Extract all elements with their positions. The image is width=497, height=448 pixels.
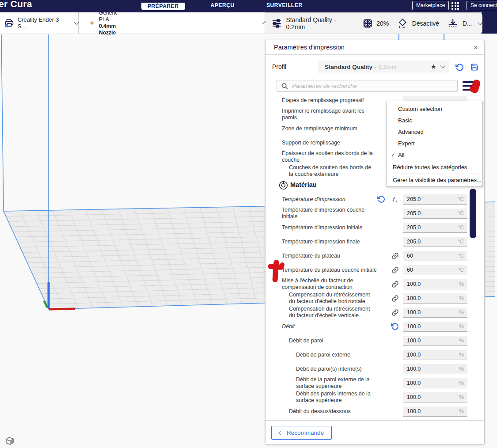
sign-in-button[interactable]: Se connecte [467,1,497,10]
sliders-icon [271,18,282,29]
setting-label: Couches de soutien des bords de la couch… [289,164,377,178]
setting-value: 100.0 [407,309,421,315]
setting-label: Température du plateau [282,253,377,259]
setting-value: 100.0 [407,394,421,400]
print-settings-summary[interactable]: Standard Quality - 0.2mm 20% Désactivé [265,12,482,34]
setting-value-field[interactable]: 100.0% [403,406,467,417]
setting-value-field[interactable]: 100.0% [403,378,467,388]
setting-value: 100.0 [407,295,421,301]
setting-value: 205.0 [407,196,421,202]
setting-value: 100.0 [407,338,421,344]
search-icon [281,83,288,90]
summary-adhesion: D... [463,20,472,27]
setting-value: 100.0 [407,380,421,386]
material-selector[interactable]: 1 Generic PLA 0.4mm Nozzle [79,12,265,34]
setting-row: Mise à l'échelle du facteur de compensat… [266,277,484,291]
setting-label: Étapes de remplissage progressif [282,97,377,104]
tab-apercu[interactable]: APERÇU [205,0,241,12]
summary-support: Désactivé [412,20,439,27]
setting-unit: % [459,295,464,301]
setting-value-field[interactable]: 100.0% [403,364,467,374]
tab-surveiller[interactable]: SURVEILLER [260,0,309,12]
setting-value: 100.0 [407,352,421,358]
fx-icon: ƒx [390,195,400,204]
setting-value-field[interactable]: 100.0% [403,350,467,360]
spool-icon: 1 [90,16,94,30]
search-row [277,80,474,92]
apps-grid-icon[interactable] [451,2,460,11]
setting-row: Température du plateau couche initiale60… [266,263,484,277]
setting-value-field[interactable]: 205.0°C [403,209,467,219]
profile-dropdown[interactable]: Standard Quality - 0.2mm ★ [318,61,449,73]
setting-unit: °C [458,210,464,216]
setting-unit: % [459,394,464,400]
setting-label: Débit [282,323,377,330]
setting-unit: % [459,380,464,386]
menu-action-r-duire-toutes-les-cat-gories[interactable]: Réduire toutes les catégories [387,161,482,174]
profile-label: Profil [272,63,286,70]
tab-preparer[interactable]: PRÉPARER [141,3,185,10]
marketplace-button[interactable]: Marketplace [412,1,449,10]
toolbar-highlight-tick [398,34,399,40]
setting-value-field[interactable]: 60°C [403,251,467,261]
setting-row: Débit de la paroi externe de la surface … [266,376,484,390]
menu-item-custom-selection[interactable]: Custom selection [387,103,482,115]
menu-item-all[interactable]: ✓All [387,149,482,161]
setting-value-field[interactable]: 100.0% [403,322,467,332]
setting-value: 100.0 [407,408,421,414]
save-profile-button[interactable] [469,62,480,72]
chevron-down-icon [74,19,79,24]
nozzle-size: 0.4mm Nozzle [99,23,116,36]
close-icon[interactable]: × [474,44,478,51]
configuration-toolbar: Creality Ender-3 S... 1 Generic PLA 0.4m… [0,12,482,34]
setting-value-field[interactable]: 100.0% [403,279,467,289]
panel-scrollbar[interactable] [470,189,476,238]
setting-row: Débit de paroi externe100.0% [266,348,484,362]
setting-value-field[interactable]: 100.0% [403,293,467,304]
save-icon [470,63,478,71]
setting-label: Température d'impression finale [282,239,377,245]
setting-value-field[interactable]: 205.0°C [403,237,467,247]
setting-unit: % [459,281,464,287]
link-icon [390,266,400,274]
profile-row: Profil Standard Quality - 0.2mm ★ [266,61,484,74]
setting-value-field[interactable]: 100.0% [403,308,467,318]
recommended-mode-button[interactable]: Recommandé [271,426,332,440]
setting-label: Débit de la paroi externe de la surface … [296,376,377,390]
chevron-down-icon [478,20,483,25]
perspective-cube-icon[interactable] [4,436,15,446]
link-icon [390,294,400,303]
printer-selector[interactable]: Creality Ender-3 S... [0,12,79,34]
link-icon [390,251,400,260]
setting-value-field[interactable]: 60°C [403,265,467,275]
menu-item-expert[interactable]: Expert [387,138,482,149]
profile-suffix: - 0.2mm [375,64,397,70]
setting-label: Température du plateau couche initiale [282,267,377,273]
setting-value-field[interactable]: 205.0°C [403,223,467,233]
menu-item-basic[interactable]: Basic [387,115,482,126]
reset-icon[interactable] [376,195,387,204]
setting-label: Débit du dessus/dessous [289,408,377,415]
setting-value-field[interactable]: 100.0% [403,336,467,346]
reset-icon[interactable] [390,322,400,331]
settings-visibility-menu: Custom selectionBasicAdvancedExpert✓AllR… [387,101,483,187]
setting-unit: % [459,408,464,414]
infill-icon [363,18,373,29]
setting-value-field[interactable]: 100.0% [403,392,467,402]
setting-value: 100.0 [407,323,421,330]
setting-unit: °C [458,267,464,273]
setting-label: Température d'impression initiale [282,224,377,231]
reset-profile-button[interactable] [454,62,465,72]
setting-row: Débit des parois internes de la surface … [266,390,484,404]
menu-action-g-rer-la-visibilit-des-param-t[interactable]: Gérer la visibilité des paramètres... [387,174,482,186]
star-icon[interactable]: ★ [431,63,436,71]
search-input[interactable] [292,83,454,89]
chevron-left-icon [279,431,283,435]
setting-label: Support de remplissage [282,140,377,146]
printer-name: Creality Ender-3 S... [18,16,68,30]
menu-item-advanced[interactable]: Advanced [387,126,482,138]
setting-value: 60 [407,267,413,273]
setting-value-field[interactable]: 205.0°C [403,194,467,205]
search-input-box[interactable] [277,80,458,92]
setting-value: 205.0 [407,224,421,231]
